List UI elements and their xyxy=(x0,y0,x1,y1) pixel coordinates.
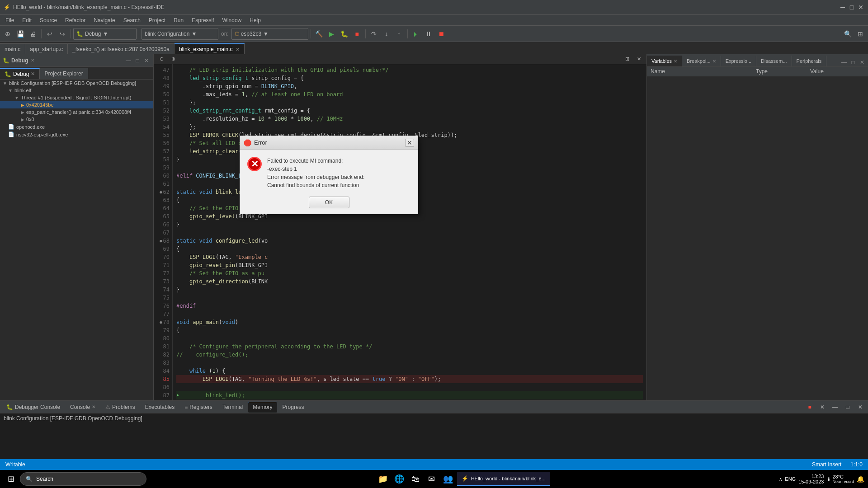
tree-item-zero[interactable]: ▶ 0x0 xyxy=(0,116,153,123)
minimize-button[interactable]: ─ xyxy=(839,4,846,11)
taskbar-files-icon[interactable]: 📁 xyxy=(376,472,390,486)
tab-variables[interactable]: Variables ✕ xyxy=(647,56,682,66)
close-button[interactable]: ✕ xyxy=(857,4,864,11)
menu-navigate[interactable]: Navigate xyxy=(90,16,118,24)
toolbar-btn-4[interactable]: ↪ xyxy=(57,28,68,40)
project-explorer-tab[interactable]: Project Explorer xyxy=(40,68,88,79)
tab-fseeko[interactable]: _fseeko_r() at fseeko.c:287 0x4200950a xyxy=(68,43,175,54)
debug-minimize-button[interactable]: — xyxy=(124,56,132,65)
editor-btn-1[interactable]: ⊖ xyxy=(156,55,167,63)
tab-progress[interactable]: Progress xyxy=(278,402,309,413)
tab-bp-close[interactable]: ✕ xyxy=(712,59,716,64)
tab-blink-example[interactable]: blink_example_main.c ✕ xyxy=(175,43,245,54)
tab-app-startup[interactable]: app_startup.c xyxy=(25,43,68,54)
tree-item-openocd[interactable]: 📄 openocd.exe xyxy=(0,123,153,131)
editor-btn-2[interactable]: ⊕ xyxy=(167,55,179,63)
toolbar-btn-3[interactable]: ↩ xyxy=(44,28,56,40)
tab-console-close[interactable]: ✕ xyxy=(92,404,95,409)
start-button[interactable]: ⊞ xyxy=(4,472,18,486)
tab-blink-close[interactable]: ✕ xyxy=(236,47,240,52)
suspend-button[interactable]: ⏸ xyxy=(423,28,434,40)
menu-refactor[interactable]: Refactor xyxy=(61,16,89,24)
taskbar-teams-icon[interactable]: 👥 xyxy=(441,472,455,486)
dialog-ok-button[interactable]: OK xyxy=(309,197,349,208)
tab-disassembly[interactable]: Disassem... xyxy=(756,56,792,66)
editor-maximize[interactable]: ⊞ xyxy=(621,55,633,63)
menu-file[interactable]: File xyxy=(2,16,18,24)
menu-search[interactable]: Search xyxy=(120,16,144,24)
tab-expressions[interactable]: Expressio... xyxy=(721,56,756,66)
tray-up-icon[interactable]: ∧ xyxy=(779,477,782,482)
tab-registers[interactable]: ≡ Registers xyxy=(180,402,217,413)
step-return-button[interactable]: ↑ xyxy=(393,28,405,40)
bottom-btn-2[interactable]: — xyxy=(829,403,841,412)
perspective-button[interactable]: ⊞ xyxy=(854,28,866,40)
step-into-button[interactable]: ↓ xyxy=(381,28,392,40)
right-close[interactable]: ✕ xyxy=(858,58,866,66)
menu-project[interactable]: Project xyxy=(145,16,169,24)
step-over-button[interactable]: ↷ xyxy=(368,28,380,40)
bottom-stop-btn[interactable]: ■ xyxy=(804,403,816,412)
debug-config-dropdown[interactable]: 🐛 Debug ▼ xyxy=(73,28,137,40)
tree-item-addr1[interactable]: ▶ 0x420145be xyxy=(0,101,153,108)
ln-70: 70 xyxy=(156,253,170,261)
menu-help[interactable]: Help xyxy=(246,16,264,24)
target-dropdown[interactable]: ⬡ esp32c3 ▼ xyxy=(231,28,308,40)
toolbar-btn-2[interactable]: 🖨 xyxy=(27,28,39,40)
tab-terminal[interactable]: Terminal xyxy=(218,402,247,413)
fold-62: ● xyxy=(160,188,162,196)
tab-problems[interactable]: ⚠ Problems xyxy=(101,402,140,413)
terminate-button[interactable]: ⏹ xyxy=(435,28,447,40)
tray-eng[interactable]: ENG xyxy=(785,476,796,482)
bottom-btn-3[interactable]: □ xyxy=(842,403,854,412)
editor-close[interactable]: ✕ xyxy=(633,55,645,63)
right-minimize[interactable]: — xyxy=(840,58,848,66)
stop-button[interactable]: ■ xyxy=(351,28,363,40)
menu-window[interactable]: Window xyxy=(219,16,245,24)
tree-item-panic[interactable]: ▶ esp_panic_handler() at panic.c:334 0x4… xyxy=(0,108,153,116)
debug-run-button[interactable]: 🐛 xyxy=(339,28,350,40)
tab-console[interactable]: Console ✕ xyxy=(66,402,100,413)
debug-close-icon[interactable]: ✕ xyxy=(31,58,34,63)
menu-source[interactable]: Source xyxy=(36,16,61,24)
dialog-close-button[interactable]: ✕ xyxy=(405,139,414,147)
tab-main-c[interactable]: main.c xyxy=(0,43,25,54)
blink-dropdown-arrow: ▼ xyxy=(191,31,197,37)
right-maximize[interactable]: □ xyxy=(849,58,857,66)
tree-item-blink-config[interactable]: ▼ blink Configuration [ESP-IDF GDB OpenO… xyxy=(0,80,153,87)
tab-vars-close[interactable]: ✕ xyxy=(674,59,677,64)
resume-button[interactable]: ⏵ xyxy=(410,28,422,40)
new-button[interactable]: ⊕ xyxy=(2,28,14,40)
menu-espressif[interactable]: Espressif xyxy=(188,16,217,24)
tree-item-thread[interactable]: ▼ Thread #1 (Suspended : Signal : SIGINT… xyxy=(0,94,153,101)
toolbar-btn-1[interactable]: 💾 xyxy=(14,28,26,40)
tab-peripherals[interactable]: Peripherals xyxy=(792,56,827,66)
taskbar-ide-app[interactable]: ⚡ HEllo_world - blink/main/blink_e... xyxy=(457,472,550,486)
build-button[interactable]: 🔨 xyxy=(313,28,325,40)
taskbar-explorer-icon[interactable]: 🌐 xyxy=(392,472,406,486)
blink-config-dropdown[interactable]: blink Configuration ▼ xyxy=(142,28,218,40)
fold-78: ● xyxy=(160,318,162,326)
tree-item-blink-elf[interactable]: ▼ blink.elf xyxy=(0,87,153,94)
taskbar-mail-icon[interactable]: ✉ xyxy=(425,472,439,486)
debug-tab[interactable]: 🐛 Debug ✕ xyxy=(0,68,40,79)
restore-button[interactable]: □ xyxy=(848,4,855,11)
tab-debugger-console[interactable]: 🐛 Debugger Console xyxy=(2,402,65,413)
tray-notification[interactable]: 🔔 xyxy=(857,475,864,483)
tab-executables[interactable]: Executables xyxy=(141,402,179,413)
debug-maximize-button[interactable]: □ xyxy=(133,56,142,65)
tab-breakpoints[interactable]: Breakpoi... ✕ xyxy=(682,56,721,66)
tab-memory[interactable]: Memory xyxy=(248,402,277,413)
debug-tab-close[interactable]: ✕ xyxy=(31,71,35,77)
menu-edit[interactable]: Edit xyxy=(19,16,35,24)
taskbar-store-icon[interactable]: 🛍 xyxy=(408,472,423,486)
run-button[interactable]: ▶ xyxy=(326,28,338,40)
tree-item-gdb[interactable]: 📄 riscv32-esp-elf-gdb.exe xyxy=(0,131,153,138)
menu-run[interactable]: Run xyxy=(170,16,187,24)
code-editor[interactable]: /* LED strip initialization with the GPI… xyxy=(173,64,646,400)
bottom-btn-1[interactable]: ✕ xyxy=(816,403,828,412)
search-toolbar-button[interactable]: 🔍 xyxy=(842,28,854,40)
debug-close-button[interactable]: ✕ xyxy=(142,56,151,65)
taskbar-search[interactable]: 🔍 Search xyxy=(20,472,146,486)
bottom-close[interactable]: ✕ xyxy=(854,403,866,412)
